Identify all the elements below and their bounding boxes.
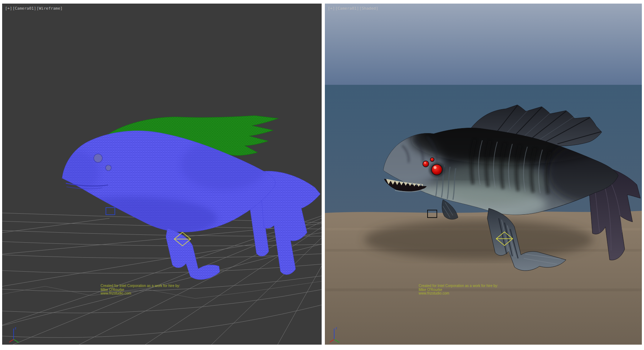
axis-z-label: z — [15, 326, 16, 330]
viewport-label-left[interactable]: [+][Camera01][Wireframe] — [5, 6, 63, 11]
viewport-label-right[interactable]: [+][Camera01][Shaded] — [328, 6, 379, 11]
fish-ground-shadow — [364, 220, 593, 259]
max-viewport-area: [+][Camera01][Wireframe] — [0, 0, 644, 350]
viewport-shaded[interactable]: [+][Camera01][Shaded] — [325, 4, 642, 345]
credit-line-3: www.frizstudio.com — [419, 292, 498, 296]
fish-eye-wireframe — [106, 165, 111, 171]
fish-eye-large — [431, 164, 442, 175]
fish-eye-small — [430, 158, 434, 162]
credit-text: Created for Intel Corporation as a work … — [101, 284, 180, 296]
axis-z-label: z — [335, 326, 337, 330]
credit-line-3: www.frizstudio.com — [101, 292, 180, 296]
viewport-menu-general[interactable]: [+] — [5, 6, 12, 11]
viewport-menu-shading[interactable]: [Shaded] — [359, 6, 378, 11]
fish-eye-wireframe — [94, 154, 102, 162]
viewport-menu-general[interactable]: [+] — [328, 6, 335, 11]
viewport-wireframe[interactable]: [+][Camera01][Wireframe] — [2, 4, 322, 345]
credit-line-1: Created for Intel Corporation as a work … — [101, 284, 180, 288]
credit-text: Created for Intel Corporation as a work … — [419, 284, 498, 296]
viewport-menu-shading[interactable]: [Wireframe] — [36, 6, 63, 11]
sky-background — [325, 4, 642, 85]
viewport-menu-camera[interactable]: [Camera01] — [13, 6, 36, 11]
fish-eye-mid — [423, 161, 429, 167]
viewport-menu-camera[interactable]: [Camera01] — [335, 6, 359, 11]
credit-line-1: Created for Intel Corporation as a work … — [419, 284, 498, 288]
